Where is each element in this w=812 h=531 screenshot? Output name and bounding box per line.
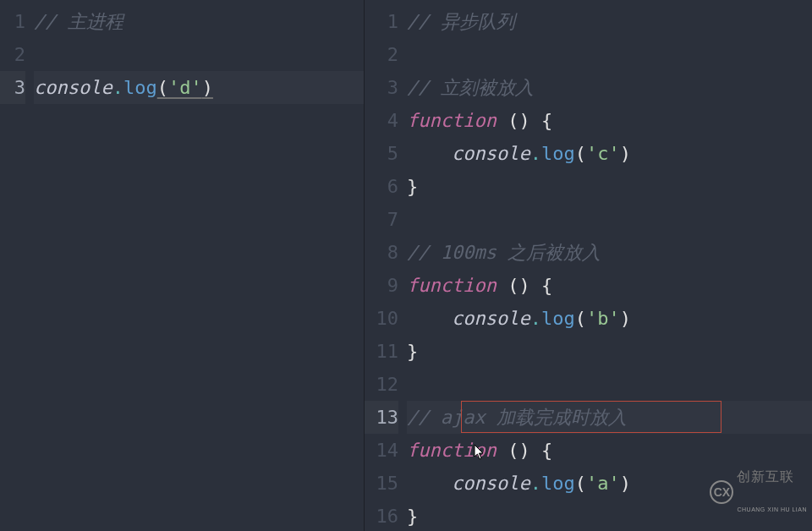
- watermark: CX 创新互联 CHUANG XIN HU LIAN: [710, 458, 807, 526]
- line-number: 7: [365, 203, 398, 236]
- code-line[interactable]: // 100ms 之后被放入: [407, 236, 812, 269]
- line-number: 9: [365, 269, 398, 302]
- code-line[interactable]: console.log('b'): [407, 302, 812, 335]
- line-number: 6: [365, 170, 398, 203]
- line-number: 2: [365, 38, 398, 71]
- code-line[interactable]: // ajax 加载完成时放入: [407, 401, 812, 434]
- code-line[interactable]: console.log('d'): [34, 71, 364, 104]
- editor-pane-right: 12345678910111213141516 // 异步队列 // 立刻被放入…: [364, 0, 812, 531]
- watermark-logo-icon: CX: [710, 480, 733, 504]
- line-number: 11: [365, 335, 398, 368]
- code-line[interactable]: [407, 203, 812, 236]
- code-line[interactable]: }: [407, 170, 812, 203]
- line-number: 10: [365, 302, 398, 335]
- line-number: 3: [0, 71, 25, 104]
- code-line[interactable]: [407, 38, 812, 71]
- line-number: 12: [365, 368, 398, 401]
- line-number: 5: [365, 137, 398, 170]
- editor-pane-left: 123 // 主进程 console.log('d'): [0, 0, 364, 531]
- line-number: 3: [365, 71, 398, 104]
- line-gutter-right: 12345678910111213141516: [365, 0, 407, 531]
- watermark-subtext: CHUANG XIN HU LIAN: [737, 493, 807, 526]
- line-number: 4: [365, 104, 398, 137]
- line-number: 14: [365, 434, 398, 467]
- watermark-text: 创新互联: [737, 469, 794, 484]
- code-line[interactable]: // 立刻被放入: [407, 71, 812, 104]
- code-line[interactable]: [407, 368, 812, 401]
- code-line[interactable]: // 主进程: [34, 5, 364, 38]
- line-number: 15: [365, 467, 398, 500]
- line-number: 8: [365, 236, 398, 269]
- code-line[interactable]: // 异步队列: [407, 5, 812, 38]
- line-number: 13: [365, 401, 398, 434]
- line-number: 1: [365, 5, 398, 38]
- code-line[interactable]: [34, 38, 364, 71]
- code-line[interactable]: function () {: [407, 104, 812, 137]
- code-area-right[interactable]: // 异步队列 // 立刻被放入function () { console.lo…: [407, 0, 812, 531]
- line-number: 2: [0, 38, 25, 71]
- code-line[interactable]: function () {: [407, 269, 812, 302]
- code-area-left[interactable]: // 主进程 console.log('d'): [34, 0, 364, 531]
- line-gutter-left: 123: [0, 0, 34, 531]
- line-number: 1: [0, 5, 25, 38]
- code-line[interactable]: console.log('c'): [407, 137, 812, 170]
- line-number: 16: [365, 500, 398, 531]
- code-line[interactable]: }: [407, 335, 812, 368]
